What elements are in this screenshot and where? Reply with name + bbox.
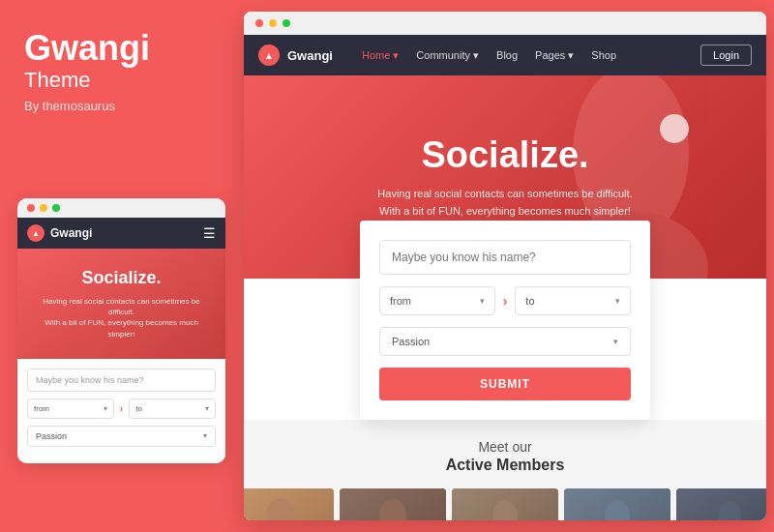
mobile-brand-name: Gwangi	[50, 226, 92, 240]
member-card-3	[452, 488, 558, 520]
dot-red	[27, 204, 35, 212]
member-card-5	[676, 488, 766, 520]
mockup-to-select[interactable]: to ▾	[129, 399, 216, 419]
nav-logo-icon: ▲	[264, 50, 274, 61]
nav-logo-small: ▲	[27, 224, 45, 242]
search-arrow-icon: ›	[503, 293, 508, 309]
arrow-between-icon: ›	[120, 403, 123, 414]
nav-link-home[interactable]: Home ▾	[362, 49, 399, 62]
mockup-from-select[interactable]: from ▾	[27, 399, 114, 419]
desktop-dot-yellow	[269, 19, 277, 27]
left-panel: Gwangi Theme By themosaurus ▲ Gwangi ☰ S…	[0, 0, 237, 532]
nav-link-blog[interactable]: Blog	[496, 49, 518, 61]
right-panel: ▲ Gwangi Home ▾ Community ▾ Blog Pages ▾…	[244, 12, 766, 520]
passion-chevron-down-icon: ▾	[613, 337, 618, 346]
to-chevron-icon: ▾	[205, 404, 209, 413]
hero-title: Socialize.	[421, 134, 588, 176]
members-section: Meet our Active Members	[244, 420, 766, 520]
desktop-dot-green	[283, 19, 290, 27]
from-chevron-icon: ▾	[104, 404, 107, 413]
nav-logo-arrow-small: ▲	[32, 229, 40, 238]
search-card: from ▾ › to ▾ Passion ▾ SUBMIT	[360, 221, 650, 420]
to-chevron-down-icon: ▾	[615, 296, 620, 306]
nav-link-community[interactable]: Community ▾	[416, 49, 479, 62]
mockup-nav: ▲ Gwangi ☰	[17, 218, 225, 249]
dot-yellow	[40, 204, 47, 212]
brand-subtitle: Theme	[24, 68, 213, 93]
mockup-nav-brand: ▲ Gwangi	[27, 224, 92, 242]
desktop-dots	[244, 12, 766, 35]
mockup-age-row: from ▾ › to ▾	[27, 399, 216, 419]
passion-label: Passion	[392, 336, 430, 347]
search-to-select[interactable]: to ▾	[515, 286, 631, 315]
passion-chevron-icon: ▾	[203, 431, 207, 440]
member-card-1	[244, 488, 334, 520]
search-from-label: from	[390, 295, 411, 307]
desktop-nav: ▲ Gwangi Home ▾ Community ▾ Blog Pages ▾…	[244, 35, 766, 75]
nav-link-pages[interactable]: Pages ▾	[535, 49, 574, 62]
members-grid	[244, 488, 766, 520]
search-name-input[interactable]	[379, 240, 631, 275]
nav-logo: ▲	[258, 44, 280, 66]
hamburger-icon[interactable]: ☰	[203, 225, 216, 241]
mockup-name-input[interactable]: Maybe you know his name?	[27, 369, 216, 392]
mobile-mockup: ▲ Gwangi ☰ Socialize. Having real social…	[17, 198, 225, 463]
member-card-2	[340, 488, 446, 520]
members-title-bold: Active Members	[244, 457, 766, 474]
mockup-dots	[17, 198, 225, 218]
submit-button[interactable]: SUBMIT	[379, 368, 631, 400]
mockup-passion-select[interactable]: Passion ▾	[27, 426, 216, 447]
mockup-hero-text: Having real social contacts can sometime…	[27, 296, 216, 340]
login-button[interactable]: Login	[700, 44, 752, 66]
hero-subtitle: Having real social contacts can sometime…	[377, 186, 632, 220]
search-from-select[interactable]: from ▾	[379, 286, 495, 315]
member-card-4	[564, 488, 670, 520]
brand-author: By themosaurus	[24, 99, 213, 113]
hero-circle-decoration	[660, 114, 689, 143]
desktop-brand-name: Gwangi	[287, 48, 333, 63]
nav-link-shop[interactable]: Shop	[591, 49, 616, 61]
brand-title: Gwangi	[24, 29, 213, 68]
desktop-nav-links: Home ▾ Community ▾ Blog Pages ▾ Shop	[362, 49, 700, 62]
mockup-hero-title: Socialize.	[27, 268, 216, 288]
search-to-label: to	[525, 295, 534, 307]
search-age-row: from ▾ › to ▾	[379, 286, 631, 315]
mockup-hero: Socialize. Having real social contacts c…	[17, 249, 225, 359]
desktop-nav-brand: ▲ Gwangi	[258, 44, 333, 66]
dot-green	[52, 204, 60, 212]
desktop-dot-red	[255, 19, 263, 27]
mockup-form: Maybe you know his name? from ▾ › to ▾ P…	[17, 359, 225, 463]
search-passion-select[interactable]: Passion ▾	[379, 327, 631, 356]
from-chevron-down-icon: ▾	[480, 296, 485, 306]
members-title: Meet our	[244, 439, 766, 455]
